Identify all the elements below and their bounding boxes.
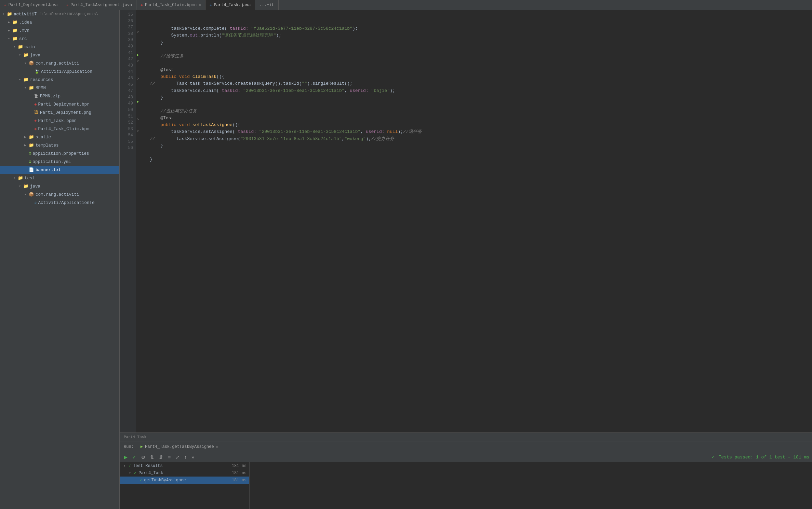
tab-more[interactable]: ...+it xyxy=(255,0,278,10)
sidebar-item-label: templates xyxy=(36,142,59,149)
sidebar-item-test-app[interactable]: ☕ Activiti7ApplicationTe xyxy=(0,199,119,207)
line-numbers: 35 36 37 38 39 40 41 42 43 44 45 46 47 4… xyxy=(120,10,136,432)
sort-asc-button[interactable]: ⇅ xyxy=(149,454,156,460)
get-task-label: getTaskByAssignee xyxy=(144,478,230,483)
pass-icon: ✓ xyxy=(134,470,136,476)
sidebar-item-app-props[interactable]: ⚙ application.properties xyxy=(0,150,119,158)
code-area[interactable]: 35 36 37 38 39 40 41 42 43 44 45 46 47 4… xyxy=(120,10,812,432)
sidebar-item-path: F:\software\IDEA\projects\ xyxy=(40,11,98,17)
tab-part1-deployment[interactable]: ☕ Part1_DeploymentJava xyxy=(0,0,62,10)
get-task-item[interactable]: ✓ getTaskByAssignee 181 ms xyxy=(120,477,249,484)
run-panel: Run: ▶ Part4_Task.getTaskByAssignee ✕ ▶ … xyxy=(120,441,812,509)
test-results-label: Test Results xyxy=(133,464,230,468)
bpmn-icon: ◈ xyxy=(141,3,143,7)
sidebar-item-banner[interactable]: 📄 banner.txt xyxy=(0,166,119,174)
sidebar-item-test[interactable]: ▾ 📁 test xyxy=(0,174,119,182)
sidebar-item-part1-png[interactable]: 🖼 Part1_Deployment.png xyxy=(0,109,119,117)
sidebar-item-label: src xyxy=(19,36,27,42)
folder-icon: 📁 xyxy=(12,27,18,34)
sidebar-item-bpmn-folder[interactable]: ▾ 📁 BPMN xyxy=(0,84,119,92)
run-output[interactable] xyxy=(250,462,812,509)
collapse-button[interactable]: ≡ xyxy=(167,454,172,460)
tab-part4-assignment[interactable]: ☕ Part4_TaskAssignment.java xyxy=(62,0,137,10)
sidebar-item-main[interactable]: ▾ 📁 main xyxy=(0,43,119,51)
sidebar-item-label: application.properties xyxy=(33,150,89,157)
expand-arrow-icon: ▾ xyxy=(7,36,11,42)
folder-icon: 📁 xyxy=(23,52,29,59)
expand-arrow-icon: ▾ xyxy=(12,44,16,50)
sidebar-item-label: Part1_Deployment.png xyxy=(40,109,91,116)
expand-arrow-icon: ▾ xyxy=(23,192,27,197)
gutter: ▷ ▶ ▷ ▷ ▶ ▷ ▷ xyxy=(136,10,144,432)
expand-arrow-icon: ▾ xyxy=(18,77,22,83)
stop-button[interactable]: ⊘ xyxy=(140,454,147,460)
sidebar-item-app-yml[interactable]: ⚙ application.yml xyxy=(0,158,119,166)
sidebar-item-label: BPMN.zip xyxy=(40,93,61,100)
sidebar-item-resources[interactable]: ▾ 📁 resources xyxy=(0,76,119,84)
sort-desc-button[interactable]: ⇵ xyxy=(158,454,164,460)
sidebar-item-mvn[interactable]: ▶ 📁 .mvn xyxy=(0,27,119,35)
tab-part4-claim[interactable]: ◈ Part4_Task_Claim.bpmn ✕ xyxy=(136,0,205,10)
sidebar-item-activiti7[interactable]: ▾ 📁 activiti7 F:\software\IDEA\projects\ xyxy=(0,10,119,18)
run-toolbar: ▶ ✓ ⊘ ⇅ ⇵ ≡ ⤢ ↑ » ✓ Tests passed: 1 of 1… xyxy=(120,452,812,462)
run-icon: ▶ xyxy=(141,444,143,449)
spring-icon: 🍃 xyxy=(34,68,40,75)
tab-label: Part4_Task.java xyxy=(214,3,251,8)
part4-task-item[interactable]: ▾ ✓ Part4_Task 181 ms xyxy=(120,469,249,477)
sidebar-item-templates[interactable]: ▶ 📁 templates xyxy=(0,141,119,150)
tab-part4-task[interactable]: ☕ Part4_Task.java xyxy=(205,0,255,10)
bpmn-icon: ◈ xyxy=(34,118,37,124)
sidebar-item-static[interactable]: ▶ 📁 static xyxy=(0,133,119,141)
folder-icon: 📁 xyxy=(29,142,34,149)
sidebar-item-part4-task-bpmn[interactable]: ◈ Part4_Task.bpmn xyxy=(0,117,119,125)
sidebar-item-package[interactable]: ▾ 📦 com.rang.activiti xyxy=(0,59,119,68)
run-tab[interactable]: ▶ Part4_Task.getTaskByAssignee ✕ xyxy=(138,443,221,451)
part4-task-label: Part4_Task xyxy=(138,471,230,476)
close-icon[interactable]: ✕ xyxy=(216,445,218,449)
folder-icon: 📁 xyxy=(18,175,23,182)
expand-arrow-icon: ▶ xyxy=(7,28,11,33)
sidebar-item-idea[interactable]: ▶ 📁 .idea xyxy=(0,18,119,27)
expand-arrow-icon: ▶ xyxy=(23,135,27,140)
test-results-item[interactable]: ▾ ✓ Test Results 181 ms xyxy=(120,462,249,469)
tab-label: ...+it xyxy=(259,3,274,8)
pass-icon: ✓ xyxy=(129,463,131,468)
zip-icon: 🗜 xyxy=(34,93,39,100)
sidebar-item-test-java[interactable]: ▾ 📁 java xyxy=(0,182,119,191)
sidebar-item-test-package[interactable]: ▾ 📦 com.rang.activiti xyxy=(0,191,119,199)
filename-label: Part4_Task xyxy=(124,435,146,439)
sidebar-item-bpmn-zip[interactable]: 🗜 BPMN.zip xyxy=(0,92,119,100)
folder-icon: 📁 xyxy=(29,134,34,141)
expand-arrow-icon: ▾ xyxy=(23,61,27,66)
sidebar-item-java[interactable]: ▾ 📁 java xyxy=(0,51,119,59)
sidebar-item-part4-claim-bpmn[interactable]: ◈ Part4_Task_Claim.bpm xyxy=(0,125,119,133)
next-button[interactable]: » xyxy=(190,454,196,460)
sidebar-item-src[interactable]: ▾ 📁 src xyxy=(0,35,119,43)
sidebar-item-label: Activiti7Application xyxy=(41,68,92,75)
sidebar-item-label: java xyxy=(30,52,40,59)
sidebar-item-activiti7app[interactable]: 🍃 Activiti7Application xyxy=(0,68,119,76)
sidebar-item-part1-bpmn[interactable]: ◈ Part1_Deployment.bpr xyxy=(0,100,119,109)
folder-icon: 📁 xyxy=(18,44,23,51)
code-content[interactable]: taskService.complete( taskId: "f3ae521d-… xyxy=(144,10,812,432)
sidebar-item-label: Part4_Task_Claim.bpm xyxy=(38,126,90,133)
package-icon: 📦 xyxy=(29,191,34,198)
sidebar-item-label: .mvn xyxy=(19,27,29,34)
expand-arrow-icon: ▶ xyxy=(23,143,27,148)
sidebar-item-label: main xyxy=(25,44,35,51)
up-button[interactable]: ↑ xyxy=(183,454,188,460)
tab-label: Part4_Task_Claim.bpmn xyxy=(145,3,197,8)
expand-arrow-icon: ▾ xyxy=(23,85,27,91)
expand-arrow-icon: ▶ xyxy=(7,20,11,25)
sidebar-item-label: BPMN xyxy=(36,85,46,92)
play-button[interactable]: ▶ xyxy=(122,454,129,460)
props-icon: ⚙ xyxy=(29,150,31,157)
expand-arrow-icon: ▾ xyxy=(18,184,22,189)
close-icon[interactable]: ✕ xyxy=(199,3,201,7)
folder-icon: 📁 xyxy=(29,85,34,92)
expand-arrow-icon: ▾ xyxy=(18,53,22,58)
tab-label: Part4_TaskAssignment.java xyxy=(70,3,132,8)
check-button[interactable]: ✓ xyxy=(131,454,138,460)
expand-button[interactable]: ⤢ xyxy=(174,454,181,460)
tab-label: Part1_DeploymentJava xyxy=(9,3,58,8)
